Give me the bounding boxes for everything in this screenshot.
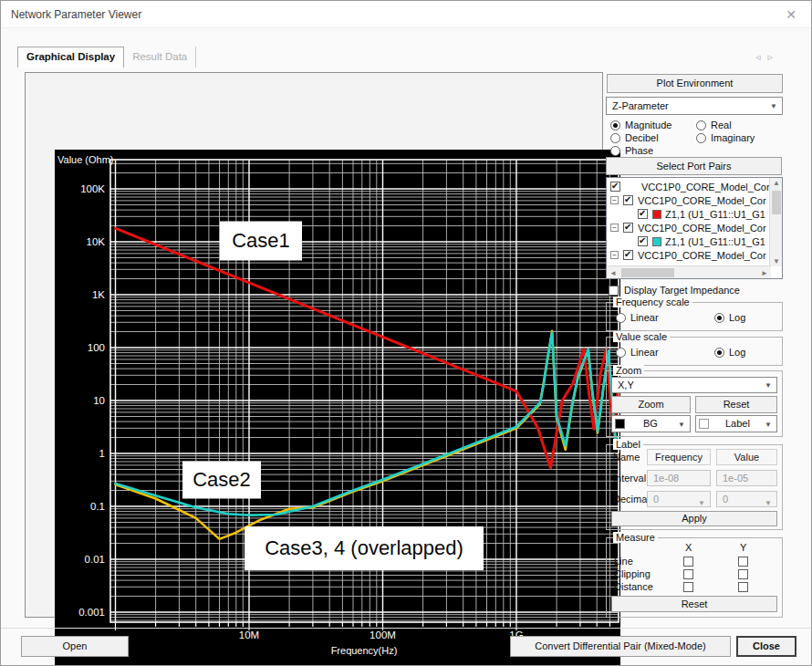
tree-row-label: Z1,1 (U1_G11::U1_G1 — [665, 209, 765, 220]
radio-label: Real — [711, 120, 732, 130]
measure-reset-button[interactable]: Reset — [611, 596, 777, 612]
frequency-scale-group: Frequency scale LinearLog — [606, 302, 783, 331]
scroll-right-icon[interactable]: ► — [758, 269, 771, 277]
measure-row-label: Distance — [614, 581, 653, 592]
label-group-title: Label — [613, 439, 643, 450]
checkbox-icon[interactable] — [609, 286, 619, 296]
interval-value-field[interactable]: 1e-05 — [716, 470, 777, 486]
value-scale-group: Value scale LinearLog — [606, 337, 783, 366]
bg-color-combo[interactable]: BG ▼ — [611, 415, 691, 432]
tree-collapse-icon[interactable]: − — [610, 224, 619, 232]
label-group: Label Name Frequency Value Interval 1e-0… — [606, 444, 783, 530]
parameter-combo-value: Z-Parameter — [612, 100, 669, 111]
label-color-combo[interactable]: Label ▼ — [695, 415, 777, 432]
convert-differential-pair-button[interactable]: Convert Differential Pair (Mixed-Mode) — [510, 636, 731, 657]
radio-imaginary[interactable]: Imaginary — [696, 132, 755, 143]
zoom-reset-button[interactable]: Reset — [695, 396, 777, 413]
radio-icon — [610, 120, 620, 130]
chevron-down-icon: ▼ — [765, 420, 772, 428]
radio-icon — [696, 120, 706, 130]
tree-vertical-scrollbar[interactable]: ▲ ▼ — [769, 178, 782, 266]
tab-scroll-left-icon[interactable]: ◃ — [755, 51, 768, 62]
tab-graphical-display[interactable]: Graphical Display — [17, 47, 124, 68]
tree-row[interactable]: −VCC1P0_CORE_Model_Cor — [610, 193, 766, 207]
bg-color-swatch — [615, 419, 625, 429]
scroll-left-icon[interactable]: ◄ — [607, 269, 619, 277]
tab-scroll-right-icon[interactable]: ▹ — [767, 51, 780, 62]
tree-row[interactable]: −VCC1P0_CORE_Model_Cor — [610, 248, 766, 262]
impedance-plot-svg[interactable]: Value (Ohm)100K10K1K1001010.10.010.00110… — [55, 150, 620, 666]
tab-scroll-arrows[interactable]: ◃▹ — [755, 51, 780, 63]
tree-checkbox[interactable] — [638, 209, 648, 219]
scroll-up-icon[interactable]: ▲ — [770, 179, 783, 187]
x-axis-title: Frequency(Hz) — [331, 645, 398, 656]
tree-row[interactable]: VCC1P0_CORE_Model_Compa — [610, 180, 783, 193]
radio-phase[interactable]: Phase — [610, 145, 653, 156]
port-pair-tree[interactable]: −VCC1P0_CORE_Model_CorZ1,1 (U1_G11::U1_G… — [606, 177, 783, 279]
tree-checkbox[interactable] — [638, 236, 648, 246]
measure-distance-y-checkbox[interactable] — [738, 582, 748, 592]
measure-distance-x-checkbox[interactable] — [683, 582, 693, 592]
y-tick-label: 10K — [87, 236, 106, 247]
close-button[interactable]: Close — [736, 636, 796, 657]
scroll-down-icon[interactable]: ▼ — [770, 257, 783, 265]
tab-strip: Graphical Display Result Data — [17, 47, 196, 68]
zoom-button[interactable]: Zoom — [611, 396, 691, 413]
bg-combo-label: BG — [643, 418, 658, 429]
y-tick-label: 100K — [80, 183, 105, 194]
radio-log[interactable]: Log — [714, 347, 745, 358]
radio-magnitude[interactable]: Magnitude — [610, 120, 671, 130]
radio-linear[interactable]: Linear — [616, 312, 659, 323]
radio-log[interactable]: Log — [714, 312, 745, 323]
measure-line-x-checkbox[interactable] — [683, 557, 693, 567]
measure-x-header: X — [685, 542, 692, 553]
radio-label: Log — [729, 347, 745, 358]
radio-linear[interactable]: Linear — [616, 347, 659, 358]
value-scale-title: Value scale — [613, 331, 670, 342]
annotation-label: Case3, 4 (overlapped) — [265, 536, 463, 559]
tree-row[interactable]: −VCC1P0_CORE_Model_Cor — [610, 221, 766, 234]
window-title: Network Parameter Viewer — [11, 1, 141, 28]
y-tick-label: 1 — [99, 448, 105, 459]
tree-collapse-icon[interactable]: − — [610, 251, 619, 259]
open-button[interactable]: Open — [21, 636, 129, 657]
series-color-swatch — [652, 237, 661, 246]
radio-decibel[interactable]: Decibel — [610, 132, 659, 143]
tree-checkbox[interactable] — [623, 223, 633, 233]
decimal-value-combo[interactable]: 0▼ — [716, 491, 777, 507]
tab-result-data[interactable]: Result Data — [124, 47, 196, 68]
tree-collapse-icon[interactable]: − — [610, 196, 619, 204]
plot-environment-button[interactable]: Plot Environment — [607, 74, 783, 93]
plot-panel: Value (Ohm)100K10K1K1001010.10.010.00110… — [25, 72, 603, 618]
tree-checkbox[interactable] — [623, 250, 633, 260]
y-tick-label: 0.001 — [78, 607, 105, 618]
tree-row[interactable]: Z1,1 (U1_G11::U1_G1 — [638, 207, 765, 221]
impedance-plot-area[interactable]: Value (Ohm)100K10K1K1001010.10.010.00110… — [55, 150, 620, 666]
tree-row-label: Z1,1 (U1_G11::U1_G1 — [665, 236, 765, 247]
label-color-swatch — [699, 419, 709, 429]
titlebar: Network Parameter Viewer ✕ — [1, 1, 811, 28]
radio-real[interactable]: Real — [696, 120, 732, 130]
chevron-down-icon: ▼ — [698, 496, 705, 511]
tree-vscroll-thumb[interactable] — [772, 191, 781, 214]
measure-clipping-y-checkbox[interactable] — [738, 569, 748, 579]
measure-clipping-x-checkbox[interactable] — [683, 569, 693, 579]
display-target-impedance-checkbox[interactable]: Display Target Impedance — [609, 285, 740, 296]
tree-horizontal-scrollbar[interactable]: ◄ ► — [607, 265, 771, 278]
frequency-column-header: Frequency — [647, 449, 711, 465]
interval-frequency-field[interactable]: 1e-08 — [647, 470, 711, 486]
y-tick-label: 0.01 — [85, 554, 105, 565]
decimal-frequency-combo[interactable]: 0▼ — [647, 491, 711, 507]
measure-line-y-checkbox[interactable] — [738, 557, 748, 567]
apply-button[interactable]: Apply — [611, 511, 777, 526]
tree-checkbox[interactable] — [623, 195, 633, 205]
zoom-mode-combo[interactable]: X,Y ▼ — [611, 377, 777, 393]
close-window-icon[interactable]: ✕ — [771, 1, 811, 28]
parameter-combo[interactable]: Z-Parameter ▼ — [606, 97, 783, 115]
radio-icon — [714, 313, 724, 323]
tree-row[interactable]: Z1,1 (U1_G11::U1_G1 — [638, 234, 765, 248]
tree-hscroll-thumb[interactable] — [621, 268, 674, 277]
select-port-pairs-button[interactable]: Select Port Pairs — [606, 157, 782, 175]
chevron-down-icon: ▼ — [678, 420, 685, 428]
tree-checkbox[interactable] — [610, 182, 620, 192]
